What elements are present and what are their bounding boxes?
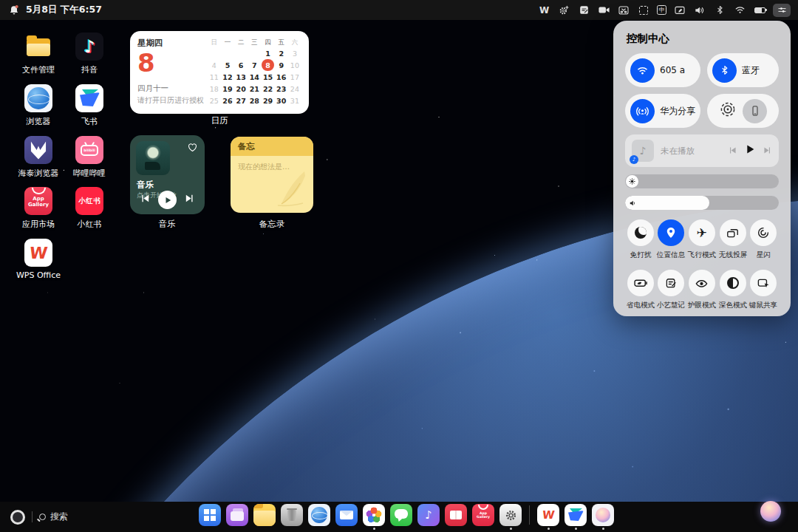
next-track-button[interactable] xyxy=(184,193,195,207)
eye-comfort-button[interactable] xyxy=(689,270,715,296)
screenshot-clip-icon[interactable] xyxy=(617,4,630,17)
calendar-date-cell xyxy=(222,47,233,59)
previous-track-button[interactable] xyxy=(140,193,151,207)
calendar-date-cell: 15 xyxy=(262,71,273,83)
calendar-day-number: 8 xyxy=(137,50,208,76)
control-center-title: 控制中心 xyxy=(627,32,779,46)
notes-icon[interactable] xyxy=(577,4,590,17)
huawei-share-tile[interactable]: 华为分享 xyxy=(625,94,700,128)
calendar-weekday-header: 四 xyxy=(261,38,274,47)
browser-globe-icon xyxy=(308,504,330,526)
brightness-slider[interactable] xyxy=(625,174,779,188)
keyboard-mouse-share-button[interactable] xyxy=(750,270,777,296)
super-device-tile[interactable] xyxy=(707,94,779,128)
control-center-toggle[interactable] xyxy=(773,4,791,17)
celia-assistant-button[interactable] xyxy=(10,510,25,525)
dock-app-feishu[interactable] xyxy=(565,504,587,530)
dark-mode-button[interactable] xyxy=(720,270,746,296)
desktop-app-douyin[interactable]: 抖音 xyxy=(63,33,116,75)
calendar-date-cell: 31 xyxy=(289,95,301,107)
haitai-browser-icon xyxy=(24,136,52,164)
memo-widget[interactable]: 备忘 现在的想法是… xyxy=(231,137,313,213)
battery-icon[interactable] xyxy=(753,4,766,17)
power-saving-button[interactable] xyxy=(627,270,654,296)
menubar-date-time[interactable]: 5月8日 下午6:57 xyxy=(26,4,102,16)
calendar-weekday-header: 二 xyxy=(234,38,248,47)
screen-annotate-icon[interactable] xyxy=(673,4,686,17)
wifi-tile[interactable]: 605 a xyxy=(625,53,700,87)
bluetooth-tile[interactable]: 蓝牙 xyxy=(707,53,779,87)
desktop-app-app-gallery[interactable]: AppGallery 应用市场 xyxy=(12,187,65,230)
music-widget[interactable]: 音乐 点击开始播放 xyxy=(130,135,205,214)
play-button[interactable] xyxy=(158,191,177,209)
douyin-icon xyxy=(75,33,103,61)
dock-app-trash[interactable] xyxy=(281,504,303,526)
dock-app-books[interactable] xyxy=(445,504,467,526)
desktop-app-haitai-browser[interactable]: 海泰浏览器 xyxy=(12,136,65,179)
input-method-chinese-icon[interactable]: 中 xyxy=(657,5,666,15)
calendar-weekday: 星期四 xyxy=(137,38,208,49)
celia-floating-ball[interactable] xyxy=(760,501,781,522)
browser-icon xyxy=(24,84,52,112)
toggle-power-saving: 省电模式 xyxy=(625,270,656,310)
dock-app-launcher[interactable] xyxy=(199,504,221,526)
dock-app-wps[interactable]: W xyxy=(537,504,559,530)
desktop-app-file-manager[interactable]: 文件管理 xyxy=(12,33,65,75)
media-player-row[interactable]: 未在播放 xyxy=(625,134,779,167)
dock-app-window-manager[interactable] xyxy=(226,504,248,526)
feishu-icon xyxy=(565,504,587,526)
favorite-heart-icon[interactable] xyxy=(186,141,199,156)
running-indicator xyxy=(373,528,375,530)
volume-slider[interactable] xyxy=(625,196,779,210)
capture-region-icon[interactable] xyxy=(637,4,650,17)
volume-icon[interactable] xyxy=(693,4,706,17)
dock-search[interactable]: 搜索 xyxy=(39,511,68,523)
wireless-projection-button[interactable] xyxy=(720,219,746,246)
dock-app-music[interactable] xyxy=(417,504,440,526)
media-previous-button[interactable] xyxy=(728,144,737,158)
dock-app-messages[interactable] xyxy=(390,504,412,526)
desktop-app-feishu[interactable]: 飞书 xyxy=(63,84,116,127)
calendar-date-cell xyxy=(208,47,220,59)
wifi-network-name: 605 a xyxy=(660,65,685,75)
nearlink-button[interactable] xyxy=(750,219,777,246)
dock-app-files[interactable] xyxy=(253,504,276,526)
location-button[interactable] xyxy=(658,219,684,246)
desktop-app-xiaohongshu[interactable]: 小红书 小红书 xyxy=(63,187,116,230)
media-play-button[interactable] xyxy=(744,143,756,158)
calendar-date-cell: 12 xyxy=(222,71,233,83)
dock-app-appgallery[interactable]: AppGallery xyxy=(472,504,494,526)
media-album-thumbnail xyxy=(632,140,654,162)
calendar-date-cell: 7 xyxy=(248,59,260,71)
music-widget-label: 音乐 xyxy=(159,219,176,230)
desktop-app-wps-office[interactable]: W WPS Office xyxy=(12,239,65,280)
brightness-thumb[interactable] xyxy=(626,175,638,188)
screen-record-icon[interactable] xyxy=(597,4,610,17)
music-app-badge xyxy=(630,155,638,164)
control-center-panel: 控制中心 605 a 蓝牙 华为分享 xyxy=(613,21,791,316)
wifi-icon[interactable] xyxy=(733,4,746,17)
calendar-date-cell: 20 xyxy=(235,83,247,95)
desktop-app-bilibili[interactable]: bilibili 哔哩哔哩 xyxy=(63,136,116,179)
desktop-app-browser[interactable]: 浏览器 xyxy=(12,84,65,127)
bluetooth-icon[interactable] xyxy=(713,4,726,17)
dock-app-email[interactable] xyxy=(335,504,358,526)
calendar-date-cell: 28 xyxy=(248,95,260,107)
calendar-widget[interactable]: 星期四 8 四月十一 请打开日历进行授权 日一二三四五六 12345678910… xyxy=(130,31,309,114)
assistant-settings-icon[interactable] xyxy=(557,4,570,17)
calendar-date-cell: 19 xyxy=(222,83,233,95)
media-next-button[interactable] xyxy=(763,144,772,158)
dock-app-gallery[interactable] xyxy=(363,504,385,530)
dock-app-celia[interactable] xyxy=(592,504,614,530)
dock-separator xyxy=(32,511,33,522)
wps-menubar-icon[interactable]: W xyxy=(537,4,550,17)
notification-bell-icon[interactable] xyxy=(7,4,21,17)
do-not-disturb-button[interactable] xyxy=(627,219,654,246)
wps-office-icon: W xyxy=(24,239,52,267)
nearlink-spiral-icon xyxy=(757,226,770,239)
airplane-mode-button[interactable]: ✈ xyxy=(689,219,715,246)
calendar-weekday-header: 日 xyxy=(208,38,221,47)
dock-app-settings[interactable] xyxy=(499,504,522,530)
dock-app-browser[interactable] xyxy=(308,504,330,526)
ai-notes-button[interactable] xyxy=(658,270,684,296)
